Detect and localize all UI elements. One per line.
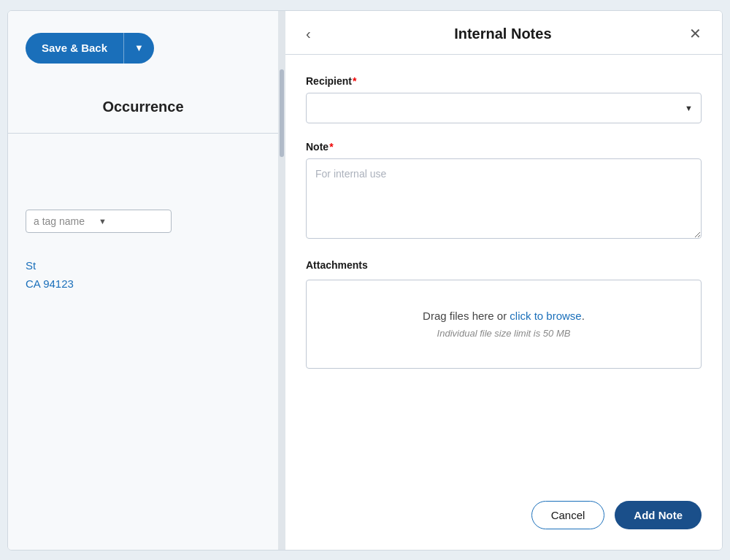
close-icon: ✕ — [689, 26, 702, 42]
save-back-button[interactable]: Save & Back — [26, 33, 123, 64]
tag-placeholder-text: a tag name — [34, 215, 99, 227]
modal-back-button[interactable]: ‹ — [306, 26, 317, 41]
scrollbar-thumb[interactable] — [280, 69, 284, 157]
recipient-label: Recipient* — [306, 75, 702, 87]
recipient-select[interactable] — [306, 93, 702, 123]
form-area-placeholder — [26, 151, 261, 210]
address-line2[interactable]: CA 94123 — [26, 275, 261, 294]
drop-zone-text: Drag files here or click to browse. — [321, 310, 686, 322]
note-required-star: * — [329, 141, 333, 153]
add-note-button[interactable]: Add Note — [615, 501, 702, 529]
internal-notes-modal: ‹ Internal Notes ✕ Recipient* ▼ Note* — [285, 11, 722, 550]
save-back-dropdown-button[interactable]: ▼ — [123, 33, 154, 64]
left-panel: Save & Back ▼ Occurrence a tag name ▼ St… — [8, 11, 278, 550]
modal-header: ‹ Internal Notes ✕ — [285, 11, 722, 55]
address-line1[interactable]: St — [26, 256, 261, 275]
cancel-button[interactable]: Cancel — [531, 501, 605, 529]
modal-close-button[interactable]: ✕ — [689, 26, 702, 41]
save-back-dropdown-arrow: ▼ — [134, 42, 144, 53]
drop-text-after: . — [582, 310, 585, 322]
drop-text-before: Drag files here or — [423, 310, 510, 322]
occurrence-heading: Occurrence — [26, 99, 261, 115]
divider-1 — [8, 133, 278, 134]
modal-body: Recipient* ▼ Note* Attachments Drag file… — [285, 55, 722, 501]
recipient-required-star: * — [353, 75, 356, 87]
modal-title: Internal Notes — [317, 26, 689, 42]
save-back-group: Save & Back ▼ — [26, 33, 261, 64]
tag-dropdown-arrow: ▼ — [99, 217, 164, 226]
modal-footer: Cancel Add Note — [285, 501, 722, 550]
file-drop-zone[interactable]: Drag files here or click to browse. Indi… — [306, 280, 702, 369]
scrollbar-track[interactable] — [278, 11, 285, 550]
app-container: Save & Back ▼ Occurrence a tag name ▼ St… — [7, 10, 723, 551]
back-icon: ‹ — [306, 26, 311, 42]
attachments-label: Attachments — [306, 259, 702, 271]
click-to-browse-link[interactable]: click to browse — [510, 310, 581, 322]
recipient-select-wrapper: ▼ — [306, 93, 702, 123]
drop-zone-hint: Individual file size limit is 50 MB — [321, 328, 686, 339]
note-textarea[interactable] — [306, 158, 702, 239]
tag-dropdown[interactable]: a tag name ▼ — [26, 210, 172, 233]
note-label: Note* — [306, 141, 702, 153]
